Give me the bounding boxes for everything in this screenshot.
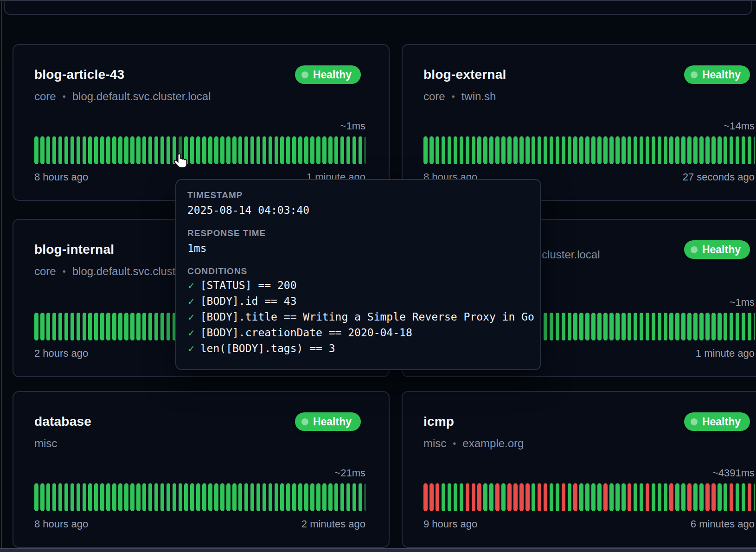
uptime-bar[interactable]	[106, 483, 110, 511]
uptime-bar[interactable]	[179, 483, 183, 511]
uptime-bar[interactable]	[597, 313, 602, 340]
uptime-bar[interactable]	[220, 483, 224, 511]
endpoint-card[interactable]: blog-external Healthy core • twin.sh ~14…	[402, 44, 756, 201]
uptime-bar[interactable]	[634, 313, 638, 340]
uptime-bar[interactable]	[544, 313, 548, 340]
uptime-bar[interactable]	[466, 136, 470, 164]
uptime-bar[interactable]	[603, 483, 608, 511]
uptime-bar[interactable]	[597, 136, 602, 164]
uptime-bar[interactable]	[748, 483, 752, 511]
uptime-bar[interactable]	[83, 483, 87, 511]
uptime-bar[interactable]	[742, 136, 746, 164]
endpoint-card[interactable]: icmp Healthy misc • example.org ~4391ms …	[402, 391, 756, 548]
uptime-bar[interactable]	[340, 483, 345, 511]
uptime-bar[interactable]	[316, 483, 320, 511]
uptime-bar[interactable]	[736, 136, 740, 164]
uptime-bar[interactable]	[292, 136, 296, 164]
uptime-bar[interactable]	[64, 483, 69, 511]
uptime-bar[interactable]	[46, 136, 51, 164]
uptime-bar[interactable]	[286, 483, 290, 511]
uptime-bar[interactable]	[70, 483, 75, 511]
uptime-bar[interactable]	[40, 313, 45, 340]
uptime-bar[interactable]	[573, 136, 577, 164]
uptime-bar[interactable]	[34, 313, 38, 340]
uptime-bar[interactable]	[681, 136, 686, 164]
uptime-bar[interactable]	[591, 483, 596, 511]
uptime-bar[interactable]	[280, 483, 284, 511]
uptime-bar[interactable]	[730, 313, 734, 340]
uptime-bar[interactable]	[340, 136, 345, 164]
uptime-bar[interactable]	[304, 483, 308, 511]
uptime-bar[interactable]	[507, 483, 512, 511]
uptime-bar[interactable]	[190, 136, 194, 164]
uptime-bar[interactable]	[190, 483, 194, 511]
uptime-bar[interactable]	[244, 136, 249, 164]
uptime-bar[interactable]	[591, 136, 596, 164]
uptime-bar[interactable]	[202, 136, 206, 164]
uptime-bar[interactable]	[675, 313, 679, 340]
uptime-bar[interactable]	[699, 313, 704, 340]
uptime-bar[interactable]	[70, 313, 75, 340]
uptime-bar[interactable]	[256, 136, 261, 164]
uptime-bar[interactable]	[34, 483, 38, 511]
uptime-bar[interactable]	[83, 313, 87, 340]
uptime-bar[interactable]	[628, 136, 632, 164]
uptime-bar[interactable]	[664, 313, 668, 340]
uptime-bar[interactable]	[562, 483, 566, 511]
uptime-bar[interactable]	[646, 483, 650, 511]
uptime-bar[interactable]	[184, 483, 188, 511]
uptime-bar[interactable]	[736, 313, 740, 340]
uptime-bar[interactable]	[538, 136, 542, 164]
uptime-bar[interactable]	[250, 483, 255, 511]
uptime-bar[interactable]	[454, 136, 458, 164]
uptime-bar[interactable]	[495, 136, 500, 164]
uptime-bar[interactable]	[705, 313, 710, 340]
uptime-bar[interactable]	[544, 483, 548, 511]
uptime-bar[interactable]	[693, 483, 698, 511]
uptime-bar[interactable]	[615, 136, 620, 164]
uptime-bar[interactable]	[34, 136, 38, 164]
uptime-bar[interactable]	[556, 136, 560, 164]
uptime-bar[interactable]	[40, 136, 45, 164]
uptime-bar[interactable]	[310, 483, 314, 511]
uptime-bar[interactable]	[275, 483, 279, 511]
uptime-bar[interactable]	[754, 313, 755, 340]
uptime-bar[interactable]	[130, 483, 135, 511]
uptime-bar[interactable]	[263, 483, 267, 511]
uptime-bar[interactable]	[646, 136, 650, 164]
uptime-bar[interactable]	[442, 136, 446, 164]
uptime-bar[interactable]	[489, 136, 493, 164]
uptime-bar[interactable]	[160, 313, 165, 340]
uptime-bar[interactable]	[136, 136, 141, 164]
uptime-bar[interactable]	[208, 136, 212, 164]
uptime-bar[interactable]	[112, 313, 116, 340]
uptime-bar[interactable]	[705, 483, 710, 511]
uptime-bar[interactable]	[693, 136, 698, 164]
uptime-bar[interactable]	[652, 313, 656, 340]
uptime-bar[interactable]	[359, 483, 363, 511]
uptime-bar[interactable]	[316, 136, 320, 164]
uptime-bar[interactable]	[568, 313, 572, 340]
uptime-bar[interactable]	[615, 313, 620, 340]
uptime-bar[interactable]	[77, 483, 81, 511]
uptime-bar[interactable]	[244, 483, 249, 511]
uptime-bar[interactable]	[238, 136, 243, 164]
uptime-bar[interactable]	[483, 136, 487, 164]
uptime-bar[interactable]	[148, 136, 153, 164]
uptime-bar[interactable]	[621, 313, 626, 340]
uptime-bar[interactable]	[124, 313, 128, 340]
uptime-bar[interactable]	[519, 483, 524, 511]
uptime-bar[interactable]	[742, 313, 746, 340]
uptime-bar[interactable]	[334, 136, 339, 164]
uptime-bar[interactable]	[591, 313, 596, 340]
uptime-bar[interactable]	[173, 483, 177, 511]
uptime-bar[interactable]	[556, 313, 560, 340]
uptime-bar[interactable]	[160, 136, 165, 164]
uptime-bar[interactable]	[609, 313, 614, 340]
uptime-bar[interactable]	[724, 483, 728, 511]
uptime-bar[interactable]	[550, 136, 554, 164]
uptime-bar[interactable]	[687, 313, 692, 340]
uptime-bar[interactable]	[718, 483, 722, 511]
uptime-bar[interactable]	[250, 136, 255, 164]
uptime-bar[interactable]	[718, 136, 722, 164]
